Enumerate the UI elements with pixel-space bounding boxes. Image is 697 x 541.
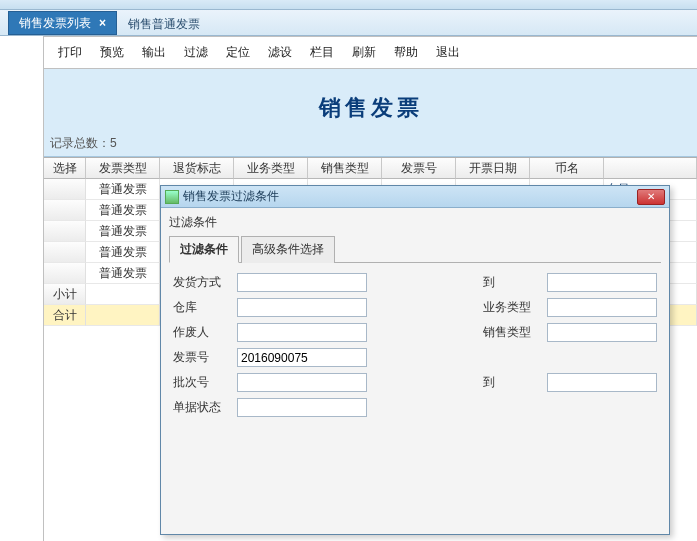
record-total: 记录总数：5 [50,135,117,152]
label-doc-status: 单据状态 [173,399,229,416]
input-batch-no-to[interactable] [547,373,657,392]
tab-invoice-list[interactable]: 销售发票列表 × [8,11,117,35]
dialog-icon [165,190,179,204]
columns-button[interactable]: 栏目 [302,40,342,65]
dialog-title: 销售发票过滤条件 [183,188,633,205]
col-date[interactable]: 开票日期 [456,158,530,179]
label-biz-type: 业务类型 [483,299,539,316]
col-invoice-type[interactable]: 发票类型 [86,158,160,179]
label-to: 到 [483,274,539,291]
help-button[interactable]: 帮助 [386,40,426,65]
total-label: 合计 [44,305,86,326]
tab-advanced-conditions[interactable]: 高级条件选择 [241,236,335,263]
window-titlebar [0,0,697,10]
col-more[interactable] [604,158,697,179]
input-ship-method-from[interactable] [237,273,367,292]
row-head[interactable] [44,179,86,200]
row-head[interactable] [44,242,86,263]
input-biz-type[interactable] [547,298,657,317]
cell-invoice-type: 普通发票 [86,179,160,200]
page-title: 销售发票 [54,93,687,123]
input-voider[interactable] [237,323,367,342]
cell-invoice-type: 普通发票 [86,242,160,263]
tab-label: 销售普通发票 [128,17,200,31]
cell-invoice-type: 普通发票 [86,221,160,242]
label-to2: 到 [483,374,539,391]
preview-button[interactable]: 预览 [92,40,132,65]
tab-filter-conditions[interactable]: 过滤条件 [169,236,239,263]
input-doc-status[interactable] [237,398,367,417]
tab-common-invoice[interactable]: 销售普通发票 [117,11,211,35]
row-head[interactable] [44,221,86,242]
col-currency[interactable]: 币名 [530,158,604,179]
col-sale-type[interactable]: 销售类型 [308,158,382,179]
group-label: 过滤条件 [169,214,661,231]
input-batch-no-from[interactable] [237,373,367,392]
refresh-button[interactable]: 刷新 [344,40,384,65]
label-ship-method: 发货方式 [173,274,229,291]
close-icon[interactable]: ✕ [637,189,665,205]
record-label: 记录总数： [50,136,110,150]
dialog-titlebar[interactable]: 销售发票过滤条件 ✕ [161,186,669,208]
locate-button[interactable]: 定位 [218,40,258,65]
filter-button[interactable]: 过滤 [176,40,216,65]
dialog-body: 过滤条件 过滤条件 高级条件选择 发货方式 到 仓库 业务类型 作废人 [161,208,669,534]
app-tabstrip: 销售发票列表 × 销售普通发票 [0,10,697,36]
cell-invoice-type: 普通发票 [86,263,160,284]
label-voider: 作废人 [173,324,229,341]
filterset-button[interactable]: 滤设 [260,40,300,65]
export-button[interactable]: 输出 [134,40,174,65]
record-count: 5 [110,136,117,150]
subtotal-label: 小计 [44,284,86,305]
col-invoice-no[interactable]: 发票号 [382,158,456,179]
col-return-flag[interactable]: 退货标志 [160,158,234,179]
left-gutter [0,36,44,541]
row-head[interactable] [44,200,86,221]
tab-label: 销售发票列表 [19,15,91,31]
label-invoice-no: 发票号 [173,349,229,366]
form-area: 发货方式 到 仓库 业务类型 作废人 销售类型 发票 [169,263,661,433]
close-icon[interactable]: × [99,15,106,31]
input-invoice-no[interactable] [237,348,367,367]
grid-header: 选择 发票类型 退货标志 业务类型 销售类型 发票号 开票日期 币名 [44,158,697,179]
col-select[interactable]: 选择 [44,158,86,179]
input-warehouse[interactable] [237,298,367,317]
row-head[interactable] [44,263,86,284]
input-sale-type[interactable] [547,323,657,342]
col-biz-type[interactable]: 业务类型 [234,158,308,179]
print-button[interactable]: 打印 [50,40,90,65]
label-warehouse: 仓库 [173,299,229,316]
label-batch-no: 批次号 [173,374,229,391]
filter-dialog: 销售发票过滤条件 ✕ 过滤条件 过滤条件 高级条件选择 发货方式 到 仓库 业务… [160,185,670,535]
cell-invoice-type: 普通发票 [86,200,160,221]
header-band: 销售发票 记录总数：5 [44,69,697,157]
exit-button[interactable]: 退出 [428,40,468,65]
filter-tabs: 过滤条件 高级条件选择 [169,235,661,263]
label-sale-type: 销售类型 [483,324,539,341]
toolbar: 打印 预览 输出 过滤 定位 滤设 栏目 刷新 帮助 退出 [44,37,697,69]
input-ship-method-to[interactable] [547,273,657,292]
